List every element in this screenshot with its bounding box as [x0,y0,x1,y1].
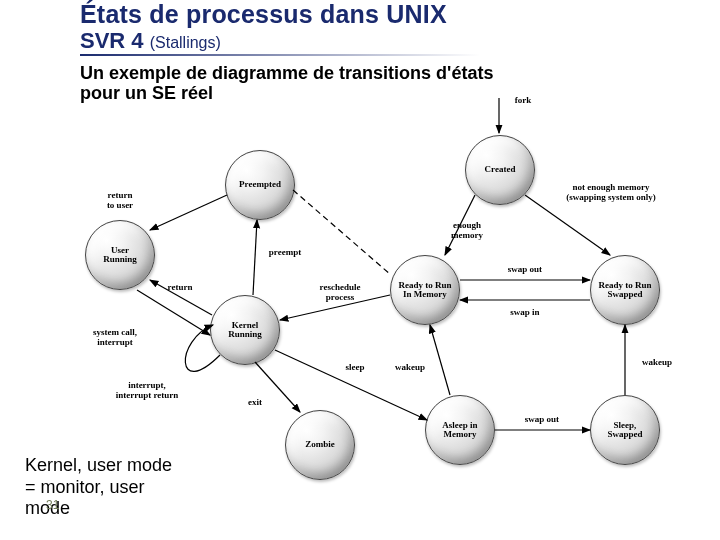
edge-sleep: sleep [346,362,365,372]
edge-fork: fork [515,95,532,105]
title-underline [80,54,480,56]
page-title: États de processus dans UNIX [80,0,447,29]
page-subtitle: SVR 4 (Stallings) [80,28,221,54]
slide: États de processus dans UNIX SVR 4 (Stal… [0,0,720,540]
desc-line1: Un exemple de diagramme de transitions d… [80,63,493,83]
state-diagram: UserRunning KernelRunning Preempted Zomb… [55,100,695,480]
edge-swap-out2: swap out [525,414,559,424]
edge-return-to-user: returnto user [107,190,133,210]
svg-line-2 [525,195,610,255]
edge-exit: exit [248,397,262,407]
edge-swap-out1: swap out [508,264,542,274]
svg-line-4 [253,220,257,295]
svg-line-3 [150,195,227,230]
edge-reschedule: rescheduleprocess [320,282,361,302]
title-credit: (Stallings) [150,34,221,51]
edge-preempt: preempt [269,247,301,257]
svg-line-5 [293,190,391,275]
edge-enough-memory: enoughmemory [451,220,483,240]
page-number: 31 [46,498,59,512]
slide-description: Un exemple de diagramme de transitions d… [80,64,493,104]
edge-wakeup2: wakeup [642,357,672,367]
title-svr4: SVR 4 [80,28,150,53]
svg-line-7 [137,290,210,335]
diagram-edges: fork enoughmemory not enough memory(swap… [55,100,695,480]
edge-syscall: system call,interrupt [93,327,137,347]
svg-line-11 [430,325,450,395]
edge-int-ret: interrupt,interrupt return [116,380,179,400]
edge-wakeup1: wakeup [395,362,425,372]
edge-swap-in: swap in [510,307,539,317]
edge-not-enough-memory: not enough memory(swapping system only) [566,182,656,202]
edge-return: return [168,282,193,292]
